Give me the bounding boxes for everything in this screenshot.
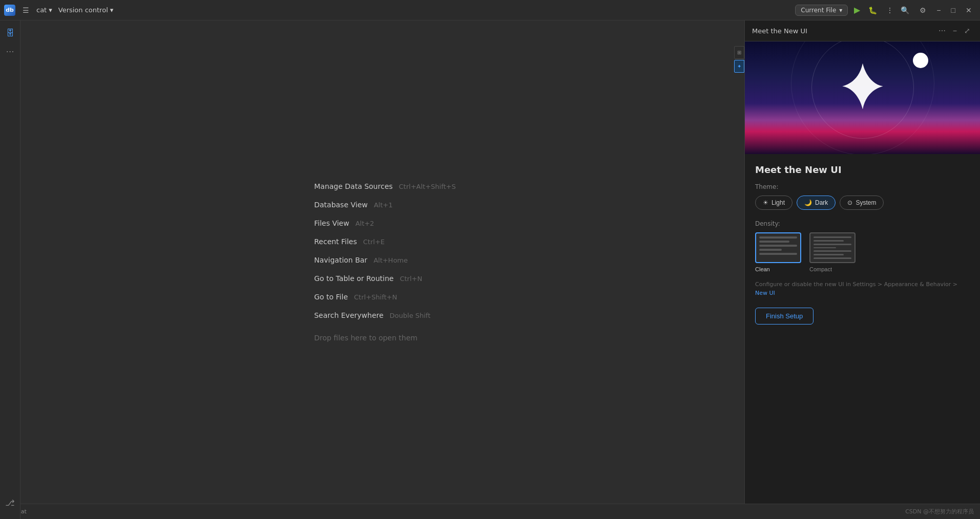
settings-button[interactable]: ⚙: [915, 4, 930, 16]
theme-system-button[interactable]: ⊙ System: [840, 196, 884, 210]
panel-title: Meet the New UI: [752, 27, 807, 35]
project-name: cat ▾: [36, 6, 52, 14]
panel-more-button[interactable]: ⋯: [936, 26, 948, 36]
git-branch-icon: ⎇: [5, 498, 14, 508]
list-item[interactable]: Manage Data Sources Ctrl+Alt+Shift+S: [314, 182, 456, 190]
sidebar-item-git[interactable]: ⎇: [2, 494, 18, 511]
ai-edge-button[interactable]: ✦: [734, 60, 744, 73]
panel-actions: ⋯ − ⤢: [936, 26, 973, 36]
density-clean-button[interactable]: Clean: [755, 232, 801, 272]
density-options: Clean Compact: [755, 232, 970, 272]
status-watermark: CSDN @不想努力的程序员: [905, 508, 974, 515]
list-item[interactable]: Database View Alt+1: [314, 201, 456, 209]
version-control-button[interactable]: Version control ▾: [58, 6, 114, 14]
debug-button[interactable]: 🐛: [866, 5, 879, 15]
edge-top-button[interactable]: ⊞: [734, 46, 744, 59]
close-button[interactable]: ✕: [962, 4, 976, 16]
theme-label: Theme:: [755, 183, 970, 190]
density-clean-preview: [755, 232, 801, 263]
hamburger-menu-button[interactable]: ☰: [19, 4, 32, 16]
list-item[interactable]: Search Everywhere Double Shift: [314, 311, 456, 319]
moon-icon: 🌙: [804, 199, 812, 206]
density-compact-preview: [809, 232, 856, 263]
star-shape-icon: [842, 63, 883, 110]
panel-content: Meet the New UI Theme: ☀ Light 🌙 Dark ⊙ …: [745, 41, 980, 504]
run-config-label: Current File: [801, 7, 836, 14]
theme-system-label: System: [856, 199, 876, 206]
theme-light-button[interactable]: ☀ Light: [755, 196, 793, 210]
list-item[interactable]: Go to File Ctrl+Shift+N: [314, 293, 456, 301]
database-icon: 🗄: [6, 28, 14, 38]
sidebar-item-database[interactable]: 🗄: [2, 25, 18, 41]
edge-buttons: ⊞ ✦: [734, 46, 744, 73]
panel-minimize-button[interactable]: −: [950, 26, 960, 36]
status-bar: ⎇ cat CSDN @不想努力的程序员: [0, 504, 980, 519]
theme-options: ☀ Light 🌙 Dark ⊙ System: [755, 196, 970, 210]
edge-top-icon: ⊞: [737, 50, 741, 55]
system-icon: ⊙: [847, 199, 852, 206]
theme-light-label: Light: [772, 199, 785, 206]
config-text: Configure or disable the new UI in Setti…: [755, 280, 970, 297]
panel-body: Meet the New UI Theme: ☀ Light 🌙 Dark ⊙ …: [745, 154, 980, 335]
maximize-button[interactable]: □: [947, 4, 960, 16]
version-control-chevron-icon: ▾: [110, 6, 114, 14]
list-item[interactable]: Files View Alt+2: [314, 219, 456, 227]
left-sidebar: 🗄 ⋯ ⎇: [0, 20, 20, 519]
theme-dark-label: Dark: [815, 199, 828, 206]
theme-dark-button[interactable]: 🌙 Dark: [797, 196, 836, 210]
density-compact-label: Compact: [809, 266, 832, 272]
panel-heading: Meet the New UI: [755, 164, 970, 175]
panel-header: Meet the New UI ⋯ − ⤢: [745, 20, 980, 41]
list-item[interactable]: Go to Table or Routine Ctrl+N: [314, 274, 456, 283]
more-tools-icon: ⋯: [6, 47, 14, 56]
list-item[interactable]: Navigation Bar Alt+Home: [314, 256, 456, 264]
list-item[interactable]: Recent Files Ctrl+E: [314, 237, 456, 246]
hero-image: [745, 41, 980, 154]
sun-icon: ☀: [763, 199, 768, 206]
right-panel: Meet the New UI ⋯ − ⤢ Meet the New UI Th…: [744, 20, 980, 504]
title-bar: db ☰ cat ▾ Version control ▾ Current Fil…: [0, 0, 980, 20]
star-circle: [913, 53, 928, 68]
minimize-button[interactable]: −: [932, 4, 945, 16]
list-item: Drop files here to open them: [314, 330, 456, 342]
app-logo: db: [4, 5, 15, 16]
ai-sparkle-icon: ✦: [737, 63, 741, 69]
density-clean-label: Clean: [755, 266, 770, 272]
density-compact-button[interactable]: Compact: [809, 232, 856, 272]
project-chevron-icon: ▾: [49, 6, 52, 14]
new-ui-link[interactable]: New UI: [755, 290, 775, 296]
finish-setup-button[interactable]: Finish Setup: [755, 308, 814, 325]
search-button[interactable]: 🔍: [896, 4, 913, 16]
run-button[interactable]: ▶: [852, 4, 862, 16]
menu-items-list: Manage Data Sources Ctrl+Alt+Shift+S Dat…: [314, 182, 456, 342]
run-config-selector[interactable]: Current File ▾: [795, 5, 848, 16]
run-config-chevron-icon: ▾: [839, 7, 842, 14]
panel-expand-button[interactable]: ⤢: [962, 26, 973, 36]
sidebar-item-more[interactable]: ⋯: [2, 43, 18, 59]
more-actions-button[interactable]: ⋮: [883, 5, 896, 15]
density-label: Density:: [755, 220, 970, 227]
